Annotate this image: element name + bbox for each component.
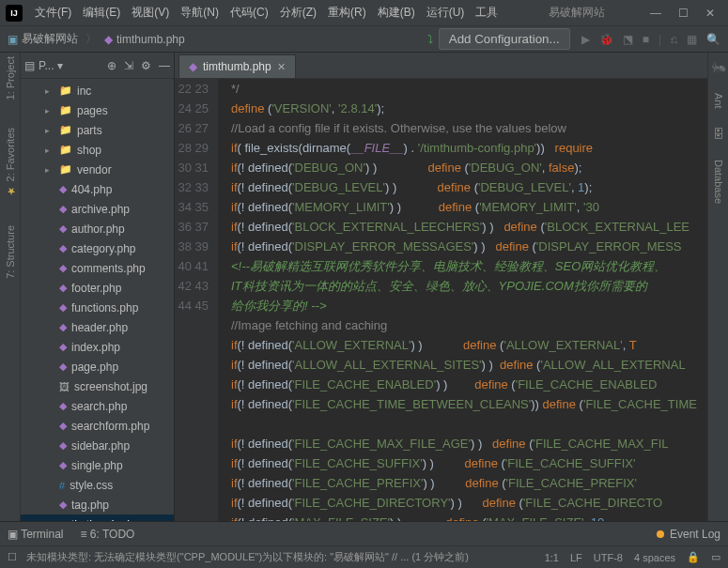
php-file-icon: ◆ [59, 242, 67, 254]
coverage-icon[interactable]: ⬔ [623, 33, 633, 46]
build-icon[interactable]: ⤵ [427, 33, 433, 46]
tree-label: page.php [71, 361, 118, 374]
line-ending[interactable]: LF [570, 552, 582, 563]
expand-icon[interactable]: ⇲ [124, 59, 133, 72]
status-msg-icon[interactable]: ☐ [8, 551, 17, 563]
project-sidebar: ▤P...▾ ⊕ ⇲ ⚙ — ▸📁inc▸📁pages▸📁parts▸📁shop… [21, 53, 175, 521]
database-icon[interactable]: 🗄 [713, 128, 724, 141]
event-log-tab[interactable]: Event Log [670, 528, 720, 541]
todo-tab[interactable]: ≡ 6: TODO [80, 528, 134, 541]
locate-icon[interactable]: ⊕ [107, 59, 116, 72]
tree-folder[interactable]: ▸📁pages [21, 100, 174, 120]
debug-icon[interactable]: 🐞 [599, 33, 613, 46]
folder-icon: ▣ [8, 33, 18, 46]
project-tree[interactable]: ▸📁inc▸📁pages▸📁parts▸📁shop▸📁vendor◆404.ph… [21, 79, 174, 521]
tree-file[interactable]: ◆author.php [21, 219, 174, 238]
tree-file[interactable]: ◆tag.php [21, 495, 174, 514]
ant-tool-tab[interactable]: Ant [713, 93, 724, 109]
tree-label: functions.php [71, 301, 138, 315]
tree-label: 404.php [71, 183, 112, 196]
tree-folder[interactable]: ▸📁shop [21, 140, 174, 160]
indent[interactable]: 4 spaces [634, 552, 675, 563]
menubar: 文件(F)编辑(E)视图(V)导航(N)代码(C)分析(Z)重构(R)构建(B)… [30, 2, 503, 23]
hide-icon[interactable]: — [159, 59, 170, 72]
php-file-icon: ◆ [59, 301, 67, 314]
project-view-label[interactable]: P... [39, 59, 54, 72]
menu-item[interactable]: 文件(F) [30, 2, 76, 23]
tree-file[interactable]: 🖼screenshot.jpg [21, 376, 174, 396]
menu-item[interactable]: 工具 [471, 2, 503, 23]
tree-file[interactable]: ◆functions.php [21, 298, 174, 317]
maximize-icon[interactable]: ☐ [678, 7, 689, 20]
tree-folder[interactable]: ▸📁inc [21, 81, 174, 100]
tree-file[interactable]: ◆sidebar.php [21, 436, 174, 455]
tree-label: inc [77, 84, 91, 98]
arrow-icon: ▸ [45, 165, 54, 175]
terminal-tab[interactable]: ▣ Terminal [8, 528, 63, 541]
menu-item[interactable]: 重构(R) [323, 2, 371, 23]
run-icon[interactable]: ▶ [581, 33, 590, 46]
tree-label: single.php [71, 459, 123, 472]
menu-item[interactable]: 导航(N) [176, 2, 224, 23]
tree-folder[interactable]: ▸📁vendor [21, 160, 174, 179]
tree-file[interactable]: ◆archive.php [21, 199, 174, 219]
encoding[interactable]: UTF-8 [594, 552, 623, 563]
tree-label: screenshot.jpg [74, 380, 147, 393]
dropdown-icon[interactable]: ▾ [57, 59, 63, 72]
tree-file[interactable]: ◆single.php [21, 455, 174, 475]
memory-icon[interactable]: ▭ [711, 551, 720, 563]
tree-label: comments.php [71, 262, 146, 275]
php-file-icon: ◆ [59, 420, 67, 432]
profiler-icon[interactable]: ▦ [687, 33, 697, 46]
search-icon[interactable]: 🔍 [706, 33, 720, 46]
add-configuration-button[interactable]: Add Configuration... [439, 28, 570, 50]
minimize-icon[interactable]: — [650, 7, 661, 20]
tree-file[interactable]: ◆index.php [21, 337, 174, 357]
ant-icon[interactable]: 🐜 [711, 60, 726, 74]
tree-file[interactable]: ◆footer.php [21, 278, 174, 298]
tree-file[interactable]: ◆category.php [21, 238, 174, 258]
status-message: 未知模块类型: 无法确定模块类型("CPP_MODULE")为以下模块的: "易… [26, 550, 469, 564]
tab-close-icon[interactable]: ✕ [277, 61, 286, 73]
arrow-icon: ▸ [45, 126, 54, 135]
database-tool-tab[interactable]: Database [713, 160, 724, 204]
menu-item[interactable]: 代码(C) [225, 2, 273, 23]
breadcrumb-project[interactable]: 易破解网站 [22, 31, 78, 47]
tree-file[interactable]: ◆search.php [21, 396, 174, 416]
cursor-position[interactable]: 1:1 [545, 552, 559, 563]
vcs-icon[interactable]: ⎌ [671, 33, 677, 46]
menu-item[interactable]: 编辑(E) [78, 2, 125, 23]
menu-item[interactable]: 构建(B) [373, 2, 420, 23]
tree-label: header.php [71, 321, 128, 334]
favorites-tool-tab[interactable]: ★ 2: Favorites [4, 128, 16, 197]
lock-icon[interactable]: 🔒 [687, 551, 700, 563]
breadcrumb-file[interactable]: timthumb.php [116, 33, 185, 46]
tree-label: parts [77, 124, 102, 137]
php-file-icon: ◆ [59, 361, 67, 373]
editor-tab[interactable]: ◆ timthumb.php ✕ [178, 54, 296, 78]
close-icon[interactable]: ✕ [705, 7, 715, 20]
tree-file[interactable]: ◆header.php [21, 317, 174, 337]
tree-file[interactable]: ◆searchform.php [21, 416, 174, 436]
structure-tool-tab[interactable]: 7: Structure [5, 225, 16, 279]
menu-item[interactable]: 分析(Z) [275, 2, 321, 23]
menu-item[interactable]: 视图(V) [127, 2, 174, 23]
tree-file[interactable]: #style.css [21, 475, 174, 495]
tree-folder[interactable]: ▸📁parts [21, 120, 174, 140]
php-file-icon: ◆ [59, 262, 67, 274]
project-tool-tab[interactable]: 1: Project [5, 56, 16, 100]
gear-icon[interactable]: ⚙ [141, 59, 151, 72]
tree-label: tag.php [71, 499, 109, 512]
tree-file[interactable]: ◆page.php [21, 357, 174, 376]
menu-item[interactable]: 运行(U) [422, 2, 470, 23]
code-editor[interactable]: */ define ('VERSION', '2.8.14'); //Load … [218, 79, 707, 521]
tree-file[interactable]: ◆404.php [21, 179, 174, 199]
stop-icon[interactable]: ■ [643, 33, 649, 46]
line-gutter[interactable]: 22 23 24 25 26 27 28 29 30 31 32 33 34 3… [175, 79, 218, 521]
status-bar: ☐ 未知模块类型: 无法确定模块类型("CPP_MODULE")为以下模块的: … [0, 545, 728, 568]
tree-file[interactable]: ◆comments.php [21, 258, 174, 278]
arrow-icon: ▸ [45, 146, 54, 155]
event-dot-icon [657, 530, 664, 538]
tree-file[interactable]: ◆timthumb.php [21, 514, 174, 521]
arrow-icon: ▸ [45, 106, 54, 115]
